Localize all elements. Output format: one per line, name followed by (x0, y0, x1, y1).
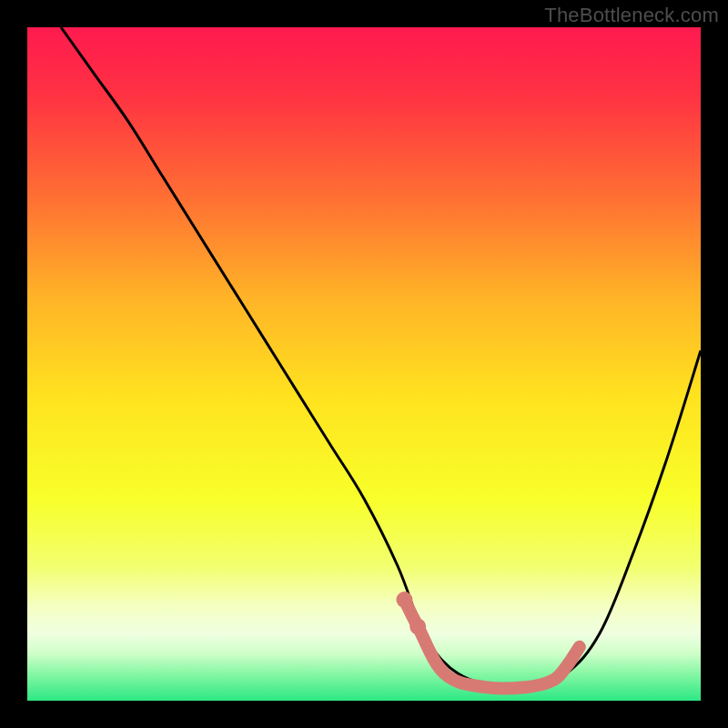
chart-frame: TheBottleneck.com (0, 0, 728, 728)
background-gradient (27, 27, 701, 701)
watermark-text: TheBottleneck.com (544, 4, 719, 27)
optimal-zone-dot (410, 619, 426, 635)
chart-svg (27, 27, 701, 701)
plot-area (27, 27, 701, 701)
optimal-zone-dot (396, 592, 412, 608)
